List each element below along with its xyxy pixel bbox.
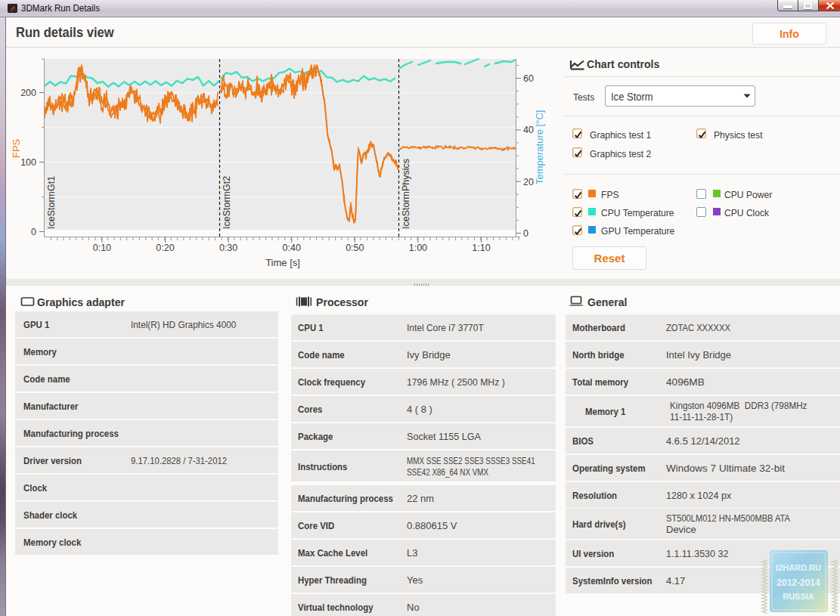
svg-text:0: 0 bbox=[523, 228, 528, 239]
svg-text:Time [s]: Time [s] bbox=[265, 257, 300, 268]
svg-text:RUSSIA: RUSSIA bbox=[783, 592, 814, 601]
svg-text:0: 0 bbox=[31, 227, 36, 237]
svg-text:1:10: 1:10 bbox=[472, 243, 490, 253]
svg-text:0:20: 0:20 bbox=[156, 243, 174, 253]
svg-text:0:50: 0:50 bbox=[346, 243, 364, 253]
svg-text:0:40: 0:40 bbox=[283, 243, 301, 253]
svg-text:40: 40 bbox=[523, 125, 534, 135]
svg-text:100: 100 bbox=[20, 157, 36, 168]
svg-text:IceStormGt1: IceStormGt1 bbox=[46, 176, 57, 229]
svg-text:200: 200 bbox=[20, 88, 36, 98]
svg-text:I2HARD.RU: I2HARD.RU bbox=[776, 563, 821, 572]
svg-text:IceStormGt2: IceStormGt2 bbox=[222, 176, 232, 229]
svg-text:IceStormPhysics: IceStormPhysics bbox=[401, 159, 411, 229]
svg-text:FPS: FPS bbox=[11, 138, 22, 158]
svg-text:20: 20 bbox=[523, 177, 534, 187]
svg-text:1:00: 1:00 bbox=[409, 243, 427, 253]
svg-text:60: 60 bbox=[523, 73, 534, 84]
svg-text:0:30: 0:30 bbox=[219, 243, 237, 253]
svg-text:Temperature [°C]: Temperature [°C] bbox=[534, 110, 545, 184]
svg-text:2012-2014: 2012-2014 bbox=[776, 577, 820, 588]
svg-text:0:10: 0:10 bbox=[93, 243, 111, 253]
